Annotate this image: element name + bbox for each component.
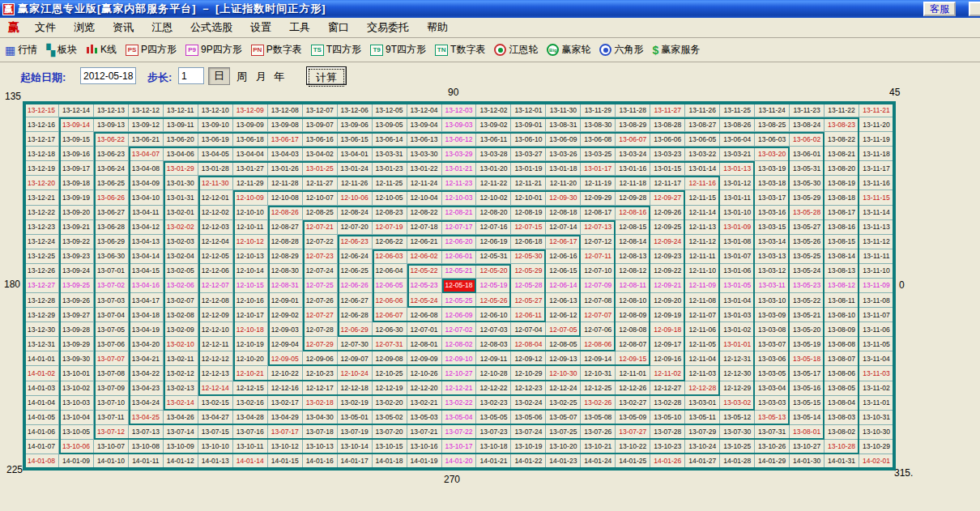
grid-cell[interactable]: 12-06-10 <box>476 308 511 322</box>
grid-cell[interactable]: 13-08-12 <box>824 279 859 293</box>
grid-cell[interactable]: 13-11-23 <box>790 103 824 117</box>
grid-cell[interactable]: 12-08-24 <box>338 206 373 220</box>
grid-cell[interactable]: 13-04-23 <box>129 381 164 396</box>
grid-cell[interactable]: 13-05-12 <box>720 411 755 425</box>
grid-cell[interactable]: 12-07-06 <box>581 322 616 337</box>
grid-cell[interactable]: 13-08-27 <box>685 117 720 132</box>
grid-cell[interactable]: 12-09-16 <box>650 351 685 366</box>
grid-cell[interactable]: 13-12-28 <box>24 293 59 308</box>
grid-cell[interactable]: 13-05-17 <box>790 366 824 381</box>
grid-cell[interactable]: 12-07-31 <box>373 337 407 351</box>
grid-cell[interactable]: 13-07-01 <box>94 264 129 279</box>
grid-cell[interactable]: 13-08-21 <box>824 147 859 161</box>
start-date-input[interactable] <box>80 67 136 84</box>
grid-cell[interactable]: 14-01-18 <box>373 454 407 469</box>
grid-cell[interactable]: 12-08-06 <box>581 337 616 351</box>
grid-cell[interactable]: 13-02-04 <box>164 249 198 264</box>
grid-cell[interactable]: 12-06-23 <box>338 235 373 249</box>
grid-cell[interactable]: 12-11-19 <box>581 176 616 190</box>
grid-cell[interactable]: 12-10-02 <box>476 190 511 205</box>
grid-cell[interactable]: 12-10-27 <box>442 366 477 381</box>
grid-cell[interactable]: 12-11-03 <box>685 366 720 381</box>
grid-cell[interactable]: 13-07-22 <box>442 425 477 440</box>
grid-cell[interactable]: 13-10-10 <box>198 440 233 454</box>
grid-cell[interactable]: 13-12-16 <box>24 117 59 132</box>
grid-cell[interactable]: 13-05-16 <box>790 381 824 396</box>
grid-cell[interactable]: 13-08-15 <box>824 235 859 249</box>
grid-cell[interactable]: 13-02-27 <box>616 396 650 411</box>
grid-cell[interactable]: 13-12-06 <box>338 103 373 117</box>
grid-cell[interactable]: 13-07-28 <box>650 425 685 440</box>
grid-cell[interactable]: 12-07-03 <box>476 322 511 337</box>
grid-cell[interactable]: 13-09-13 <box>94 117 129 132</box>
grid-cell[interactable]: 13-07-19 <box>338 425 373 440</box>
grid-cell[interactable]: 13-01-13 <box>720 161 755 176</box>
grid-cell[interactable]: 13-12-05 <box>373 103 407 117</box>
grid-cell[interactable]: 12-09-07 <box>338 351 373 366</box>
grid-cell[interactable]: 13-03-26 <box>546 147 581 161</box>
grid-cell[interactable]: 13-12-13 <box>94 103 129 117</box>
grid-cell[interactable]: 12-09-02 <box>268 308 303 322</box>
grid-cell[interactable]: 13-06-14 <box>373 132 407 147</box>
grid-cell[interactable]: 13-06-07 <box>616 132 650 147</box>
grid-cell[interactable]: 13-05-08 <box>581 411 616 425</box>
grid-cell[interactable]: 12-05-22 <box>407 264 442 279</box>
grid-cell[interactable]: 13-05-23 <box>790 279 824 293</box>
grid-cell[interactable]: 13-02-07 <box>164 293 198 308</box>
grid-cell[interactable]: 12-07-20 <box>338 220 373 235</box>
grid-cell[interactable]: 13-04-04 <box>233 147 268 161</box>
menu-browse[interactable]: 浏览 <box>65 19 104 36</box>
grid-cell[interactable]: 12-10-16 <box>233 293 268 308</box>
grid-cell[interactable]: 12-12-13 <box>198 366 233 381</box>
grid-cell[interactable]: 13-09-20 <box>59 206 94 220</box>
grid-cell[interactable]: 13-02-06 <box>164 279 198 293</box>
grid-cell[interactable]: 13-12-07 <box>303 103 338 117</box>
grid-cell[interactable]: 12-12-29 <box>720 381 755 396</box>
grid-cell[interactable]: 13-10-29 <box>859 440 894 454</box>
grid-cell[interactable]: 14-01-21 <box>476 454 511 469</box>
grid-cell[interactable]: 13-04-19 <box>129 322 164 337</box>
grid-cell[interactable]: 13-04-18 <box>129 308 164 322</box>
grid-cell[interactable]: 12-11-16 <box>685 176 720 190</box>
menu-help[interactable]: 帮助 <box>418 19 457 36</box>
grid-cell[interactable]: 13-08-05 <box>824 381 859 396</box>
grid-cell[interactable]: 13-09-30 <box>59 351 94 366</box>
grid-cell[interactable]: 13-09-24 <box>59 264 94 279</box>
grid-cell[interactable]: 12-12-27 <box>650 381 685 396</box>
grid-cell[interactable]: 13-05-06 <box>511 411 546 425</box>
grid-cell[interactable]: 13-05-28 <box>790 206 824 220</box>
grid-cell[interactable]: 12-05-29 <box>511 264 546 279</box>
grid-cell[interactable]: 13-04-07 <box>129 147 164 161</box>
grid-cell[interactable]: 14-01-11 <box>129 454 164 469</box>
grid-cell[interactable]: 13-07-23 <box>476 425 511 440</box>
grid-cell[interactable]: 12-11-07 <box>685 308 720 322</box>
grid-cell[interactable]: 12-07-01 <box>407 322 442 337</box>
grid-cell[interactable]: 13-01-12 <box>720 176 755 190</box>
grid-cell[interactable]: 14-01-05 <box>24 411 59 425</box>
grid-cell[interactable]: 12-12-10 <box>198 322 233 337</box>
grid-cell[interactable]: 13-03-24 <box>616 147 650 161</box>
grid-cell[interactable]: 13-06-10 <box>511 132 546 147</box>
grid-cell[interactable]: 13-05-20 <box>790 322 824 337</box>
grid-cell[interactable]: 13-08-22 <box>824 132 859 147</box>
grid-cell[interactable]: 12-09-06 <box>303 351 338 366</box>
grid-cell[interactable]: 13-03-19 <box>755 161 790 176</box>
grid-cell[interactable]: 12-06-30 <box>373 322 407 337</box>
grid-cell[interactable]: 13-05-31 <box>790 161 824 176</box>
9t-square-button[interactable]: T99T四方形 <box>370 43 426 57</box>
grid-cell[interactable]: 13-09-05 <box>373 117 407 132</box>
grid-cell[interactable]: 14-01-30 <box>790 454 824 469</box>
grid-cell[interactable]: 12-08-01 <box>407 337 442 351</box>
period-year-option[interactable]: 年 <box>269 69 289 85</box>
grid-cell[interactable]: 13-07-10 <box>94 396 129 411</box>
grid-cell[interactable]: 13-07-31 <box>755 425 790 440</box>
grid-cell[interactable]: 13-05-24 <box>790 264 824 279</box>
grid-cell[interactable]: 14-01-27 <box>685 454 720 469</box>
grid-cell[interactable]: 13-12-11 <box>164 103 198 117</box>
grid-cell[interactable]: 13-11-20 <box>859 117 894 132</box>
grid-cell[interactable]: 14-01-23 <box>546 454 581 469</box>
grid-cell[interactable]: 12-12-22 <box>476 381 511 396</box>
grid-cell[interactable]: 13-11-29 <box>581 103 616 117</box>
grid-cell[interactable]: 14-01-13 <box>198 454 233 469</box>
grid-cell[interactable]: 13-03-06 <box>755 351 790 366</box>
